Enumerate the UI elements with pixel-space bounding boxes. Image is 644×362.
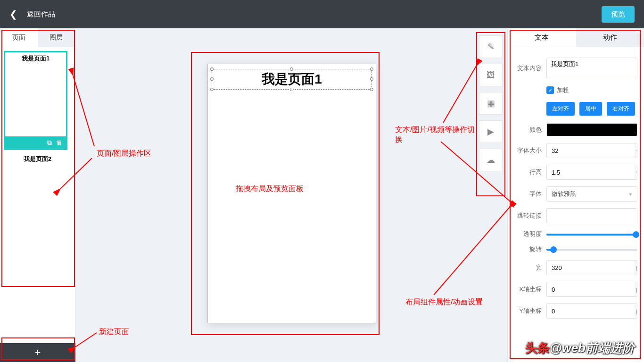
minus-button[interactable]: − [636, 165, 637, 179]
text-element-content: 我是页面1 [262, 70, 322, 88]
page-list: 我是页面1 ⧉ 🗑 我是页面2 [0, 47, 75, 321]
x-field[interactable] [547, 282, 636, 296]
grid-icon: ▦ [487, 98, 495, 109]
cloud-upload-icon: ☁ [487, 155, 495, 165]
row-align: 左对齐 居中 右对齐 [514, 102, 637, 116]
bold-checkbox[interactable]: ✓ [546, 86, 554, 94]
row-color: 颜色 [514, 123, 637, 136]
label-font-size: 字体大小 [514, 146, 542, 155]
back-label[interactable]: 返回作品 [27, 10, 55, 19]
resize-handle[interactable] [370, 77, 373, 81]
row-rotate: 旋转 [514, 245, 637, 253]
width-field[interactable] [547, 261, 636, 275]
tab-layers[interactable]: 图层 [38, 28, 75, 47]
font-size-field[interactable] [547, 143, 636, 158]
row-bold: ✓ 加粗 [514, 86, 637, 94]
row-link: 跳转链接 [514, 208, 637, 223]
align-right-button[interactable]: 右对齐 [607, 102, 635, 116]
width-input: px [546, 260, 637, 275]
label-bold: 加粗 [557, 86, 569, 94]
label-line-height: 行高 [514, 168, 542, 177]
label-font-family: 字体 [514, 190, 542, 198]
opacity-slider[interactable] [546, 230, 637, 238]
page-thumb-footer: ⧉ 🗑 [5, 136, 66, 149]
page-caption: 我是页面2 [4, 155, 71, 163]
y-input: px [546, 303, 637, 319]
property-form: 文本内容 我是页面1 ✓ 加粗 左对齐 居中 右对齐 颜色 字体大小 − + 行… [508, 47, 644, 335]
resize-handle[interactable] [290, 67, 293, 71]
resize-handle[interactable] [370, 67, 373, 71]
resize-handle[interactable] [210, 88, 214, 91]
right-panel: 文本 动作 文本内容 我是页面1 ✓ 加粗 左对齐 居中 右对齐 颜色 字体大小… [507, 28, 644, 362]
tool-text-button[interactable]: ✎ [479, 35, 503, 58]
top-bar-left: ❮ 返回作品 [9, 8, 55, 20]
font-size-input: − + [546, 143, 637, 158]
minus-button[interactable]: − [636, 143, 637, 158]
tab-text[interactable]: 文本 [508, 28, 576, 47]
page-item[interactable]: 我是页面2 [4, 155, 71, 163]
canvas-area[interactable]: 我是页面1 [75, 28, 507, 362]
content-input[interactable]: 我是页面1 [546, 58, 637, 79]
play-icon: ▶ [487, 126, 494, 137]
add-page-button[interactable]: + [0, 343, 75, 362]
image-icon: 🖼 [487, 70, 495, 80]
label-color: 颜色 [514, 126, 542, 134]
font-family-value: 微软雅黑 [552, 190, 576, 198]
selected-text-element[interactable]: 我是页面1 [212, 69, 372, 90]
row-width: 宽 px [514, 260, 637, 275]
left-panel: 页面 图层 我是页面1 ⧉ 🗑 我是页面2 + [0, 28, 75, 362]
tab-pages[interactable]: 页面 [0, 28, 38, 47]
row-y: Y轴坐标 px [514, 303, 637, 319]
resize-handle[interactable] [210, 67, 214, 71]
watermark: 头条@web前端进阶 [525, 340, 635, 356]
label-link: 跳转链接 [514, 211, 542, 220]
page-thumb[interactable]: 我是页面1 ⧉ 🗑 [4, 51, 67, 150]
line-height-field[interactable] [547, 165, 636, 179]
row-line-height: 行高 − + [514, 165, 637, 180]
font-family-select[interactable]: 微软雅黑 ▾ [546, 186, 637, 202]
rotate-slider[interactable] [546, 245, 637, 253]
align-center-button[interactable]: 居中 [579, 102, 602, 116]
x-input: px [546, 282, 637, 297]
unit-label: px [636, 261, 637, 275]
watermark-prefix: 头条 [525, 341, 550, 355]
phone-canvas[interactable]: 我是页面1 [207, 64, 376, 323]
watermark-text: @web前端进阶 [550, 341, 635, 355]
line-height-input: − + [546, 165, 637, 180]
tool-play-button[interactable]: ▶ [479, 120, 503, 143]
tool-grid-button[interactable]: ▦ [479, 92, 503, 115]
trash-icon[interactable]: 🗑 [56, 139, 62, 146]
pencil-icon: ✎ [487, 42, 495, 52]
copy-icon[interactable]: ⧉ [47, 139, 52, 147]
right-tabs: 文本 动作 [508, 28, 644, 47]
row-font-family: 字体 微软雅黑 ▾ [514, 186, 637, 202]
resize-handle[interactable] [210, 77, 214, 81]
row-opacity: 透明度 [514, 230, 637, 238]
row-font-size: 字体大小 − + [514, 143, 637, 158]
label-rotate: 旋转 [514, 245, 542, 253]
tab-action[interactable]: 动作 [576, 28, 644, 47]
label-opacity: 透明度 [514, 230, 542, 238]
row-x: X轴坐标 px [514, 282, 637, 297]
label-y: Y轴坐标 [514, 307, 542, 315]
chevron-down-icon: ▾ [629, 191, 632, 198]
row-content: 文本内容 我是页面1 [514, 58, 637, 79]
align-left-button[interactable]: 左对齐 [546, 102, 575, 116]
back-chevron-icon[interactable]: ❮ [9, 8, 17, 20]
tool-cloud-button[interactable]: ☁ [479, 149, 503, 171]
top-bar: ❮ 返回作品 预览 [0, 0, 644, 28]
tool-strip: ✎ 🖼 ▦ ▶ ☁ [479, 35, 503, 171]
label-content: 文本内容 [514, 64, 542, 73]
page-thumb-title: 我是页面1 [5, 52, 66, 65]
resize-handle[interactable] [290, 88, 293, 91]
resize-handle[interactable] [370, 88, 373, 91]
page-item[interactable]: 我是页面1 ⧉ 🗑 [4, 51, 71, 150]
unit-label: px [636, 282, 637, 296]
tool-image-button[interactable]: 🖼 [479, 64, 503, 86]
label-x: X轴坐标 [514, 285, 542, 294]
preview-button[interactable]: 预览 [602, 6, 635, 23]
y-field[interactable] [547, 304, 636, 318]
left-tabs: 页面 图层 [0, 28, 75, 47]
color-swatch[interactable] [546, 123, 637, 136]
link-input[interactable] [546, 208, 637, 223]
